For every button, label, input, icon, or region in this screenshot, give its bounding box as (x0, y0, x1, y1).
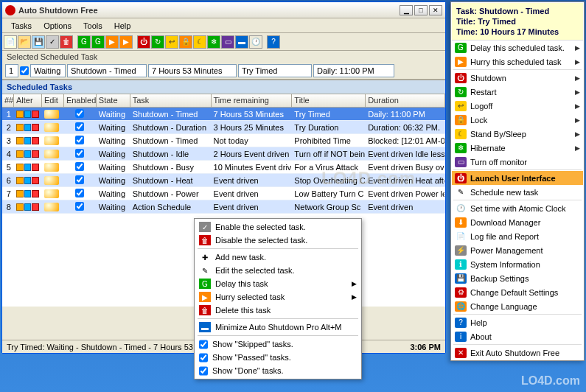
selected-task[interactable]: Shutdown - Timed (67, 64, 147, 77)
toolbar-standby-icon[interactable]: ☾ (193, 35, 206, 49)
table-row[interactable]: 2WaitingShutdown - Duration3 Hours 25 Mi… (2, 121, 445, 134)
toolbar-help-icon[interactable]: ? (267, 35, 280, 49)
context-checkbox[interactable] (199, 366, 208, 376)
tray-menu-item[interactable]: ❄Hibernate▶ (452, 141, 583, 155)
cell-enabled[interactable] (64, 122, 97, 133)
col-duration[interactable]: Duration (366, 94, 445, 107)
context-menu-item[interactable]: 🗑Delete this task (196, 304, 360, 317)
selected-enabled-checkbox[interactable] (20, 66, 29, 75)
minimize-button[interactable]: ▁ (400, 5, 413, 15)
edit-icon[interactable] (44, 203, 59, 211)
tray-menu-item[interactable]: 🕐Set time with Atomic Clock (452, 201, 583, 215)
toolbar-logoff-icon[interactable]: ↩ (165, 35, 178, 49)
menu-options[interactable]: Options (38, 20, 77, 32)
selected-state[interactable]: Waiting (30, 64, 66, 77)
context-menu-item[interactable]: ✚Add new task. (196, 251, 360, 264)
row-enabled-checkbox[interactable] (75, 162, 84, 171)
cell-enabled[interactable] (64, 148, 97, 160)
selected-time[interactable]: 7 Hours 53 Minutes (148, 64, 237, 77)
edit-icon[interactable] (44, 110, 59, 119)
row-enabled-checkbox[interactable] (75, 189, 84, 197)
edit-icon[interactable] (44, 163, 59, 172)
selected-title[interactable]: Try Timed (238, 64, 312, 77)
alter-icon[interactable] (24, 150, 32, 158)
context-menu-item[interactable]: 🗑Disable the selected task. (196, 234, 360, 247)
alter-icon[interactable] (24, 190, 32, 197)
alter-icon[interactable] (32, 190, 39, 197)
cell-edit[interactable] (42, 149, 64, 159)
row-enabled-checkbox[interactable] (75, 136, 84, 144)
alter-icon[interactable] (32, 177, 39, 184)
cell-alter[interactable] (14, 123, 42, 132)
cell-enabled[interactable] (64, 175, 97, 186)
col-title[interactable]: Title (292, 94, 366, 107)
row-enabled-checkbox[interactable] (75, 122, 84, 131)
row-enabled-checkbox[interactable] (75, 202, 84, 211)
context-checkbox[interactable] (199, 353, 208, 363)
toolbar-clock-icon[interactable]: 🕐 (249, 35, 262, 49)
toolbar-delay2-icon[interactable]: G (91, 35, 105, 49)
toolbar-shutdown-icon[interactable]: ⏻ (137, 35, 150, 49)
alter-icon[interactable] (16, 203, 24, 211)
alter-icon[interactable] (32, 124, 39, 131)
tray-menu-item[interactable]: ⬇Download Manager (452, 215, 583, 229)
cell-edit[interactable] (42, 175, 64, 186)
toolbar-enable-icon[interactable]: ✓ (46, 35, 59, 49)
row-enabled-checkbox[interactable] (75, 149, 84, 158)
cell-edit[interactable] (42, 189, 64, 199)
menu-help[interactable]: Help (108, 20, 137, 32)
col-task[interactable]: Task (130, 94, 212, 107)
col-alter[interactable]: Alter (14, 94, 42, 107)
selected-duration[interactable]: Daily: 11:00 PM (313, 64, 394, 77)
context-menu-item[interactable]: ▬Minimize Auto Shutdown Pro Alt+M (196, 321, 360, 334)
cell-enabled[interactable] (64, 108, 97, 120)
cell-alter[interactable] (14, 163, 42, 172)
tray-menu-item[interactable]: 💾Backup Settings (452, 271, 583, 285)
table-row[interactable]: 6WaitingShutdown - HeatEvent drivenStop … (2, 174, 445, 187)
alter-icon[interactable] (24, 177, 32, 184)
tray-menu-item[interactable]: ℹSystem Information (452, 257, 583, 271)
tray-menu-item[interactable]: ✎Schedule new task (452, 185, 583, 199)
tray-menu-item[interactable]: ▭Turn off monitor (452, 155, 583, 169)
tray-menu-item[interactable]: ↩Logoff▶ (452, 99, 583, 113)
maximize-button[interactable]: □ (414, 5, 428, 15)
context-menu-item[interactable]: ▶Hurry selected task▶ (196, 290, 360, 304)
table-row[interactable]: 3WaitingShutdown - TimedNot todayProhibi… (2, 134, 445, 147)
tray-menu-item[interactable]: 🔒Lock▶ (452, 113, 583, 127)
tray-menu-item[interactable]: GDelay this scheduled task.▶ (452, 41, 583, 55)
alter-icon[interactable] (32, 164, 39, 171)
cell-alter[interactable] (14, 136, 42, 145)
tray-menu-item[interactable]: ?Help (452, 315, 583, 329)
context-menu-item[interactable]: ✎Edit the selected task. (196, 264, 360, 277)
row-enabled-checkbox[interactable] (75, 109, 84, 118)
alter-icon[interactable] (24, 203, 32, 211)
tray-menu-item[interactable]: 📄Log file and Report (452, 229, 583, 243)
col-enabled[interactable]: Enabled (64, 94, 97, 107)
cell-enabled[interactable] (64, 201, 97, 213)
toolbar-disable-icon[interactable]: 🗑 (60, 35, 73, 49)
col-state[interactable]: State (97, 94, 130, 107)
toolbar-restart-icon[interactable]: ↻ (151, 35, 164, 49)
cell-alter[interactable] (14, 189, 42, 198)
alter-icon[interactable] (16, 177, 24, 184)
close-button[interactable]: ✕ (429, 5, 442, 15)
row-enabled-checkbox[interactable] (75, 175, 84, 184)
alter-icon[interactable] (32, 111, 39, 118)
alter-icon[interactable] (24, 164, 32, 171)
alter-icon[interactable] (16, 164, 24, 171)
alter-icon[interactable] (16, 124, 24, 131)
toolbar-monitor-icon[interactable]: ▭ (221, 35, 234, 49)
table-row[interactable]: 4WaitingShutdown - Idle2 Hours Event dri… (2, 147, 445, 161)
col-edit[interactable]: Edit (42, 94, 64, 107)
toolbar-hurry2-icon[interactable]: ▶ (119, 35, 133, 49)
alter-icon[interactable] (16, 150, 24, 158)
table-row[interactable]: 7WaitingShutdown - PowerEvent drivenLow … (2, 187, 445, 200)
titlebar[interactable]: Auto Shutdown Free ▁ □ ✕ (2, 2, 445, 18)
edit-icon[interactable] (44, 123, 59, 132)
toolbar-hibernate-icon[interactable]: ❄ (207, 35, 220, 49)
cell-enabled[interactable] (64, 135, 97, 147)
table-row[interactable]: 5WaitingShutdown - Busy10 Minutes Event … (2, 161, 445, 174)
tray-menu-item[interactable]: ☾Stand By/Sleep▶ (452, 127, 583, 141)
cell-edit[interactable] (42, 122, 64, 133)
toolbar-lock-icon[interactable]: 🔒 (179, 35, 192, 49)
